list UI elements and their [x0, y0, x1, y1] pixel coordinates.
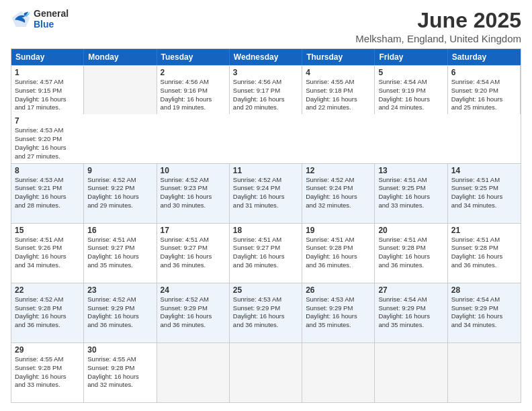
- day-info: Sunrise: 4:51 AMSunset: 9:26 PMDaylight:…: [15, 236, 80, 270]
- table-row: 20Sunrise: 4:51 AMSunset: 9:28 PMDayligh…: [375, 224, 447, 283]
- day-number: 21: [451, 226, 517, 235]
- table-row: 26Sunrise: 4:53 AMSunset: 9:29 PMDayligh…: [302, 283, 375, 342]
- day-number: 22: [15, 285, 80, 295]
- table-row: 24Sunrise: 4:52 AMSunset: 9:29 PMDayligh…: [157, 283, 230, 342]
- header: General Blue June 2025 Melksham, England…: [11, 8, 521, 44]
- table-row: 21Sunrise: 4:51 AMSunset: 9:28 PMDayligh…: [448, 224, 521, 283]
- table-row: 23Sunrise: 4:52 AMSunset: 9:29 PMDayligh…: [84, 283, 157, 342]
- day-info: Sunrise: 4:54 AMSunset: 9:19 PMDaylight:…: [378, 78, 443, 112]
- day-number: 19: [306, 226, 371, 235]
- day-info: Sunrise: 4:53 AMSunset: 9:29 PMDaylight:…: [306, 295, 371, 330]
- table-row: [230, 343, 302, 402]
- day-number: 7: [15, 116, 81, 126]
- day-info: Sunrise: 4:52 AMSunset: 9:24 PMDaylight:…: [233, 176, 298, 210]
- day-info: Sunrise: 4:51 AMSunset: 9:28 PMDaylight:…: [378, 236, 443, 270]
- day-number: 14: [451, 166, 517, 175]
- day-info: Sunrise: 4:51 AMSunset: 9:27 PMDaylight:…: [233, 236, 298, 270]
- day-number: 11: [233, 166, 298, 175]
- header-day-friday: Friday: [375, 49, 447, 65]
- table-row: 19Sunrise: 4:51 AMSunset: 9:28 PMDayligh…: [302, 224, 375, 283]
- header-day-saturday: Saturday: [448, 49, 521, 65]
- day-number: 4: [306, 68, 371, 77]
- day-number: 26: [306, 285, 371, 295]
- day-number: 29: [15, 345, 80, 355]
- day-info: Sunrise: 4:55 AMSunset: 9:18 PMDaylight:…: [306, 78, 371, 112]
- logo-text: General Blue: [34, 8, 69, 30]
- day-number: 15: [15, 226, 80, 235]
- table-row: 30Sunrise: 4:55 AMSunset: 9:28 PMDayligh…: [84, 343, 157, 402]
- day-info: Sunrise: 4:57 AMSunset: 9:15 PMDaylight:…: [15, 78, 80, 112]
- day-number: 5: [378, 68, 443, 77]
- table-row: 8Sunrise: 4:53 AMSunset: 9:21 PMDaylight…: [11, 164, 84, 223]
- table-row: [84, 66, 157, 114]
- table-row: [302, 343, 375, 402]
- day-number: 10: [161, 166, 226, 175]
- day-info: Sunrise: 4:54 AMSunset: 9:20 PMDaylight:…: [451, 78, 517, 112]
- week-5: 29Sunrise: 4:55 AMSunset: 9:28 PMDayligh…: [11, 342, 521, 402]
- day-info: Sunrise: 4:55 AMSunset: 9:28 PMDaylight:…: [15, 355, 80, 390]
- day-info: Sunrise: 4:53 AMSunset: 9:29 PMDaylight:…: [233, 295, 298, 330]
- day-info: Sunrise: 4:54 AMSunset: 9:29 PMDaylight:…: [378, 295, 443, 330]
- day-number: 17: [161, 226, 226, 235]
- table-row: 27Sunrise: 4:54 AMSunset: 9:29 PMDayligh…: [375, 283, 447, 342]
- subtitle: Melksham, England, United Kingdom: [355, 33, 521, 44]
- day-number: 6: [451, 68, 517, 77]
- day-number: 12: [306, 166, 371, 175]
- day-number: 24: [161, 285, 226, 295]
- header-day-monday: Monday: [84, 49, 157, 65]
- table-row: 4Sunrise: 4:55 AMSunset: 9:18 PMDaylight…: [302, 66, 375, 114]
- table-row: [157, 343, 230, 402]
- header-day-sunday: Sunday: [11, 49, 84, 65]
- day-info: Sunrise: 4:52 AMSunset: 9:23 PMDaylight:…: [161, 176, 226, 210]
- day-info: Sunrise: 4:52 AMSunset: 9:28 PMDaylight:…: [15, 295, 80, 330]
- day-number: 18: [233, 226, 298, 235]
- day-number: 23: [87, 285, 152, 295]
- header-day-tuesday: Tuesday: [157, 49, 230, 65]
- day-number: 13: [378, 166, 443, 175]
- table-row: [375, 343, 447, 402]
- table-row: 9Sunrise: 4:52 AMSunset: 9:22 PMDaylight…: [84, 164, 157, 223]
- day-info: Sunrise: 4:51 AMSunset: 9:27 PMDaylight:…: [161, 236, 226, 270]
- day-info: Sunrise: 4:51 AMSunset: 9:25 PMDaylight:…: [451, 176, 517, 210]
- table-row: 7Sunrise: 4:53 AMSunset: 9:20 PMDaylight…: [11, 114, 84, 163]
- calendar-body: 1Sunrise: 4:57 AMSunset: 9:15 PMDaylight…: [11, 65, 521, 402]
- logo-icon: [11, 9, 31, 29]
- day-info: Sunrise: 4:51 AMSunset: 9:27 PMDaylight:…: [87, 236, 152, 270]
- day-info: Sunrise: 4:52 AMSunset: 9:29 PMDaylight:…: [87, 295, 152, 330]
- day-number: 27: [378, 285, 443, 295]
- table-row: 28Sunrise: 4:54 AMSunset: 9:29 PMDayligh…: [448, 283, 521, 342]
- day-number: 16: [87, 226, 152, 235]
- table-row: 1Sunrise: 4:57 AMSunset: 9:15 PMDaylight…: [11, 66, 84, 114]
- page: General Blue June 2025 Melksham, England…: [0, 0, 532, 411]
- main-title: June 2025: [355, 8, 521, 33]
- table-row: 12Sunrise: 4:52 AMSunset: 9:24 PMDayligh…: [302, 164, 375, 223]
- day-info: Sunrise: 4:52 AMSunset: 9:29 PMDaylight:…: [161, 295, 226, 330]
- day-info: Sunrise: 4:55 AMSunset: 9:28 PMDaylight:…: [87, 355, 152, 390]
- day-number: 1: [15, 68, 80, 77]
- table-row: 3Sunrise: 4:56 AMSunset: 9:17 PMDaylight…: [230, 66, 302, 114]
- table-row: 25Sunrise: 4:53 AMSunset: 9:29 PMDayligh…: [230, 283, 302, 342]
- day-info: Sunrise: 4:51 AMSunset: 9:28 PMDaylight:…: [451, 236, 517, 270]
- header-day-wednesday: Wednesday: [230, 49, 302, 65]
- day-info: Sunrise: 4:54 AMSunset: 9:29 PMDaylight:…: [451, 295, 517, 330]
- week-3: 15Sunrise: 4:51 AMSunset: 9:26 PMDayligh…: [11, 223, 521, 283]
- table-row: 5Sunrise: 4:54 AMSunset: 9:19 PMDaylight…: [375, 66, 447, 114]
- table-row: 14Sunrise: 4:51 AMSunset: 9:25 PMDayligh…: [448, 164, 521, 223]
- day-info: Sunrise: 4:51 AMSunset: 9:28 PMDaylight:…: [306, 236, 371, 270]
- table-row: 17Sunrise: 4:51 AMSunset: 9:27 PMDayligh…: [157, 224, 230, 283]
- week-1: 1Sunrise: 4:57 AMSunset: 9:15 PMDaylight…: [11, 65, 521, 163]
- day-info: Sunrise: 4:51 AMSunset: 9:25 PMDaylight:…: [378, 176, 443, 210]
- day-info: Sunrise: 4:53 AMSunset: 9:20 PMDaylight:…: [15, 126, 81, 161]
- table-row: 16Sunrise: 4:51 AMSunset: 9:27 PMDayligh…: [84, 224, 157, 283]
- day-number: 20: [378, 226, 443, 235]
- day-info: Sunrise: 4:56 AMSunset: 9:17 PMDaylight:…: [233, 78, 298, 112]
- day-number: 2: [161, 68, 226, 77]
- day-number: 28: [451, 285, 517, 295]
- day-info: Sunrise: 4:56 AMSunset: 9:16 PMDaylight:…: [161, 78, 226, 112]
- calendar-header: SundayMondayTuesdayWednesdayThursdayFrid…: [11, 49, 521, 65]
- table-row: 15Sunrise: 4:51 AMSunset: 9:26 PMDayligh…: [11, 224, 84, 283]
- calendar: SundayMondayTuesdayWednesdayThursdayFrid…: [11, 48, 521, 403]
- day-number: 8: [15, 166, 80, 175]
- day-number: 3: [233, 68, 298, 77]
- day-info: Sunrise: 4:53 AMSunset: 9:21 PMDaylight:…: [15, 176, 80, 210]
